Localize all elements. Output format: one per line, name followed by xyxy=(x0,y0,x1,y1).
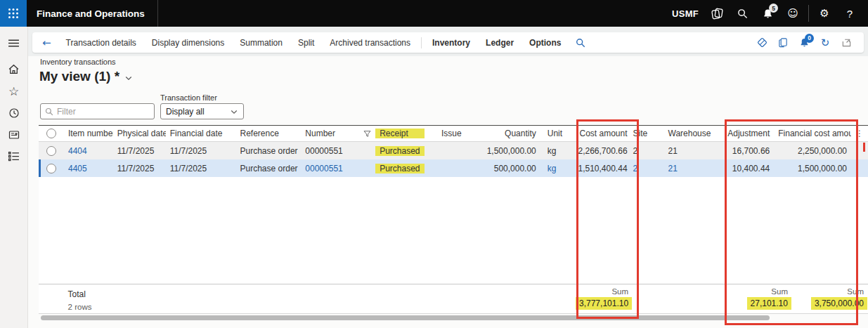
cell-receipt: Purchased xyxy=(375,146,425,156)
transaction-filter-label: Transaction filter xyxy=(160,93,217,102)
tab-ledger[interactable]: Ledger xyxy=(478,38,522,48)
grid-more-options-icon[interactable]: ⋮ xyxy=(851,129,868,138)
favorites-star-icon[interactable]: ☆ xyxy=(0,80,28,102)
copilot-icon[interactable] xyxy=(704,0,730,27)
col-financial-cost-amount[interactable]: Financial cost amount xyxy=(774,129,851,138)
cell-item-number[interactable]: 4404 xyxy=(64,146,113,156)
app-launcher-waffle-icon[interactable] xyxy=(0,0,27,27)
left-nav-sidebar: ☆ xyxy=(0,27,28,328)
settings-gear-icon[interactable]: ⚙ xyxy=(812,0,837,27)
cost-sum-label: Sum xyxy=(611,287,633,296)
task-recorder-icon[interactable] xyxy=(772,33,793,53)
view-chevron-down-icon[interactable] xyxy=(124,74,133,82)
cell-warehouse: 21 xyxy=(650,146,720,156)
help-icon[interactable]: ? xyxy=(837,0,862,27)
cell-financial-cost-amount: 2,250,000.00 xyxy=(774,146,851,156)
col-item-number[interactable]: Item number xyxy=(64,129,113,138)
workspaces-icon[interactable] xyxy=(0,124,28,145)
home-icon[interactable] xyxy=(0,58,28,80)
menu-archived-transactions[interactable]: Archived transactions xyxy=(322,38,418,48)
cell-quantity: 500,000.00 xyxy=(467,164,540,173)
grid-totals-row: Total 2 rows Sum 3,777,101.10 Sum 27,101… xyxy=(39,284,868,314)
modules-list-icon[interactable] xyxy=(0,145,28,167)
horizontal-scrollbar[interactable] xyxy=(41,315,770,320)
col-number[interactable]: Number xyxy=(301,129,375,138)
cell-reference: Purchase order xyxy=(236,146,302,156)
tab-inventory[interactable]: Inventory xyxy=(425,38,478,48)
cell-reference: Purchase order xyxy=(236,164,302,173)
back-arrow-icon[interactable]: ← xyxy=(32,37,58,49)
cell-quantity: 1,500,000.00 xyxy=(467,146,540,156)
cell-unit[interactable]: kg xyxy=(540,164,569,173)
col-cost-amount[interactable]: Cost amount xyxy=(569,129,632,138)
topbar-divider xyxy=(157,0,158,27)
notification-count-badge: 5 xyxy=(769,4,778,13)
select-chevron-down-icon xyxy=(230,107,238,116)
grid-filter-box xyxy=(40,103,155,119)
topbar-icon-divider xyxy=(808,5,809,22)
cell-unit: kg xyxy=(540,146,569,156)
grid-header-row: Item number Physical date Financial date… xyxy=(39,125,868,142)
cell-item-number[interactable]: 4405 xyxy=(64,164,113,173)
cell-receipt: Purchased xyxy=(375,164,425,173)
col-adjustment[interactable]: Adjustment xyxy=(720,129,774,138)
notifications-bell-icon[interactable]: 5 xyxy=(755,0,780,27)
attachments-icon[interactable] xyxy=(751,33,772,53)
col-issue[interactable]: Issue xyxy=(425,129,467,138)
company-selector[interactable]: USMF xyxy=(666,0,704,27)
action-pane: ← Transaction details Display dimensions… xyxy=(32,32,864,53)
cell-site[interactable]: 2 xyxy=(632,164,650,173)
menu-transaction-details[interactable]: Transaction details xyxy=(58,38,144,48)
selected-row-accent xyxy=(39,159,41,177)
cell-cost-amount: 2,266,700.66 xyxy=(569,146,632,156)
hamburger-menu-icon[interactable] xyxy=(0,32,28,54)
col-warehouse[interactable]: Warehouse xyxy=(650,129,720,138)
row-select-radio[interactable] xyxy=(39,164,64,173)
recent-clock-icon[interactable] xyxy=(0,102,28,124)
table-row[interactable]: 4404 11/7/2025 11/7/2025 Purchase order … xyxy=(39,142,868,159)
filter-input[interactable] xyxy=(57,107,141,117)
col-unit[interactable]: Unit xyxy=(540,129,569,138)
menu-split[interactable]: Split xyxy=(290,38,322,48)
financial-sum-label: Sum xyxy=(847,287,868,296)
cell-financial-date: 11/7/2025 xyxy=(166,164,236,173)
app-title[interactable]: Finance and Operations xyxy=(27,8,157,19)
message-center-bell-icon[interactable]: 0 xyxy=(793,33,815,53)
col-physical-date[interactable]: Physical date xyxy=(113,129,166,138)
cost-amount-sum: 3,777,101.10 xyxy=(576,297,632,310)
main-content: ← Transaction details Display dimensions… xyxy=(28,27,868,328)
adjustment-sum-label: Sum xyxy=(771,287,792,296)
adjustment-sum: 27,101.10 xyxy=(747,297,791,310)
feedback-smiley-icon[interactable]: ☺ xyxy=(780,0,805,27)
select-all-radio[interactable] xyxy=(39,129,64,138)
table-row-selected[interactable]: 4405 11/7/2025 11/7/2025 Purchase order … xyxy=(39,159,868,177)
tab-options[interactable]: Options xyxy=(522,38,569,48)
col-quantity[interactable]: Quantity xyxy=(467,129,540,138)
transaction-filter-value: Display all xyxy=(166,107,205,117)
refresh-icon[interactable]: ↻ xyxy=(815,33,836,53)
filter-funnel-icon xyxy=(363,130,371,138)
cell-adjustment: 16,700.66 xyxy=(720,146,774,156)
search-icon[interactable] xyxy=(730,0,755,27)
col-reference[interactable]: Reference xyxy=(236,129,302,138)
financial-cost-amount-sum: 3,750,000.00 xyxy=(811,297,867,310)
top-app-bar: Finance and Operations USMF 5 ☺ ⚙ ? xyxy=(0,0,868,27)
menu-summation[interactable]: Summation xyxy=(232,38,290,48)
col-financial-date[interactable]: Financial date xyxy=(166,129,236,138)
actionbar-divider xyxy=(421,37,422,48)
cell-financial-cost-amount: 1,500,000.00 xyxy=(774,164,851,173)
cell-warehouse[interactable]: 21 xyxy=(650,164,720,173)
transaction-filter-select[interactable]: Display all xyxy=(160,103,244,119)
totals-label: Total xyxy=(68,289,536,299)
cell-cost-amount: 1,510,400.44 xyxy=(569,164,632,173)
actionbar-search-icon[interactable] xyxy=(576,38,585,48)
col-site[interactable]: Site xyxy=(632,129,650,138)
totals-row-count: 2 rows xyxy=(68,303,536,311)
cell-number[interactable]: 00000551 xyxy=(301,164,375,173)
open-in-new-window-icon[interactable] xyxy=(836,33,857,53)
menu-display-dimensions[interactable]: Display dimensions xyxy=(144,38,232,48)
cell-number: 00000551 xyxy=(301,146,375,156)
row-select-radio[interactable] xyxy=(39,146,64,156)
col-receipt[interactable]: Receipt xyxy=(375,129,425,138)
annotation-tick-mark xyxy=(863,143,865,152)
